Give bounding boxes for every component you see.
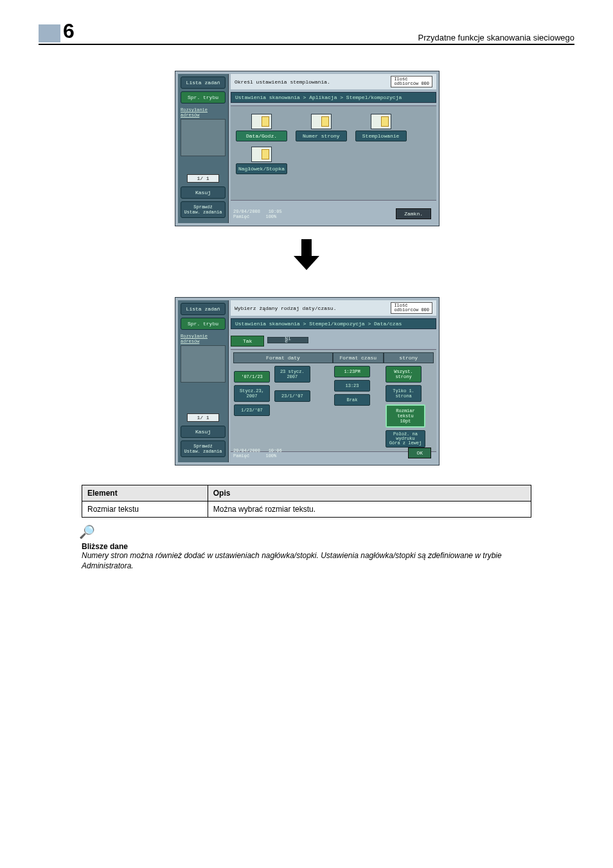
opt-time-1[interactable]: 1:23PM (334, 366, 370, 377)
note-text: Numery stron można również dodać w ustaw… (82, 551, 531, 571)
date-format-column: '07/1/23 23 stycz. 2007 Stycz.23, 2007 2… (233, 365, 331, 449)
side-btn-checkmode[interactable]: Spr. trybu (181, 91, 226, 104)
side-btn-joblist[interactable]: Lista zadań (181, 77, 226, 89)
options-area: Format daty Format czasu strony '07/1/23… (231, 349, 436, 452)
status-bar: 29/04/2008 10:05 Pamięć 100% Zamkn. (231, 207, 434, 221)
opt-time-3[interactable]: Brak (334, 394, 370, 406)
side-label-broadcast: Rozsyłanie adresów (181, 107, 226, 118)
td-element: Rozmiar tekstu (82, 502, 208, 518)
pages-column: Wszyst. strony Tylko 1. strona Rozmiar t… (385, 365, 434, 449)
th-element: Element (82, 485, 208, 502)
tab-no[interactable]: Ni e (267, 337, 308, 343)
main-panel-2: Wybierz żądany rodzaj daty/czasu. Ilość … (231, 300, 436, 462)
note-heading: Bliższe dane (82, 542, 531, 551)
side-label-broadcast-2: Rozsyłanie adresów (181, 334, 226, 344)
opt-text-size[interactable]: Rozmiar tekstu 10pt (386, 404, 425, 428)
btn-stamping[interactable]: Stemplowanie (355, 114, 407, 141)
side-page-indicator: 1/ 1 (187, 174, 219, 183)
side-btn-joblist-2[interactable]: Lista zadań (181, 303, 226, 315)
breadcrumb-2: Ustawienia skanowania > Stempel/kompozyc… (231, 318, 436, 329)
side-panel: Lista zadań Spr. trybu Rozsyłanie adresó… (178, 74, 229, 223)
side-panel-2: Lista zadań Spr. trybu Rozsyłanie adresó… (178, 300, 229, 462)
td-opis: Można wybrać rozmiar tekstu. (208, 502, 531, 518)
header-footer-icon (251, 147, 272, 162)
side-btn-checkmode-2[interactable]: Spr. trybu (181, 318, 226, 330)
opt-pages-all[interactable]: Wszyst. strony (386, 366, 422, 383)
btn-header-footer[interactable]: Nagłówek/Stopka (236, 147, 287, 174)
opt-print-pos[interactable]: Położ. na wydruku Góra z lewej (386, 430, 425, 448)
opt-date-4[interactable]: 23/1/'07 (274, 390, 310, 402)
opt-time-2[interactable]: 13:23 (334, 380, 370, 392)
opt-pages-first[interactable]: Tylko 1. strona (386, 385, 422, 402)
arrow-down-icon (294, 239, 319, 271)
title-text-2: Wybierz żądany rodzaj daty/czasu. (235, 305, 336, 311)
detail-note: 🔍 Bliższe dane Numery stron można równie… (82, 524, 531, 571)
page-header: 6 Przydatne funkcje skanowania siecioweg… (39, 19, 574, 45)
content-area: Data/Godz. Numer strony Stemplowanie Nag… (231, 105, 436, 201)
btn-date-time[interactable]: Data/Godz. (236, 114, 287, 141)
description-table: Element Opis Rozmiar tekstu Można wybrać… (82, 485, 531, 518)
opt-date-1[interactable]: '07/1/23 (234, 371, 270, 383)
time-format-column: 1:23PM 13:23 Brak (333, 365, 382, 449)
side-btn-delete-2[interactable]: Kasuj (181, 426, 226, 438)
tab-yes[interactable]: Tak (231, 336, 264, 347)
status-bar-2: 29/04/2008 10:06 Pamięć 100% OK (231, 446, 434, 460)
opt-date-5[interactable]: 1/23/'07 (234, 404, 270, 416)
recipient-count: Ilość odbiorców 000 (391, 76, 432, 87)
breadcrumb: Ustawienia skanowania > Aplikacja > Stem… (231, 92, 436, 103)
lcd-screenshot-stamp: Lista zadań Spr. trybu Rozsyłanie adresó… (175, 71, 438, 226)
btn-page-number[interactable]: Numer strony (296, 114, 347, 141)
title-text: Określ ustawienia stemplowania. (235, 79, 330, 85)
column-headers: Format daty Format czasu strony (233, 352, 434, 363)
lcd-screenshot-datetime: Lista zadań Spr. trybu Rozsyłanie adresó… (175, 297, 438, 466)
th-opis: Opis (208, 485, 531, 502)
section-title: Przydatne funkcje skanowania sieciowego (418, 33, 574, 42)
magnifier-icon: 🔍 (79, 524, 95, 539)
main-panel: Określ ustawienia stemplowania. Ilość od… (231, 74, 436, 223)
close-button[interactable]: Zamkn. (396, 208, 431, 219)
side-page-indicator-2: 1/ 1 (187, 413, 219, 422)
opt-date-2[interactable]: 23 stycz. 2007 (274, 366, 310, 383)
side-btn-checkjob[interactable]: Sprawdź Ustaw. zadania (181, 201, 226, 218)
chapter-number: 6 (39, 19, 81, 42)
stamping-icon (371, 114, 391, 129)
side-btn-checkjob-2[interactable]: Sprawdź Ustaw. zadania (181, 440, 226, 457)
title-bar: Określ ustawienia stemplowania. Ilość od… (231, 74, 436, 89)
ok-button[interactable]: OK (408, 448, 431, 458)
side-btn-delete[interactable]: Kasuj (181, 186, 226, 199)
recipient-count-2: Ilość odbiorców 000 (391, 302, 432, 314)
page-number-icon (311, 114, 332, 129)
date-time-icon (251, 114, 272, 129)
opt-date-3[interactable]: Stycz.23, 2007 (234, 385, 270, 402)
table-row: Rozmiar tekstu Można wybrać rozmiar teks… (82, 502, 531, 518)
title-bar-2: Wybierz żądany rodzaj daty/czasu. Ilość … (231, 300, 436, 316)
